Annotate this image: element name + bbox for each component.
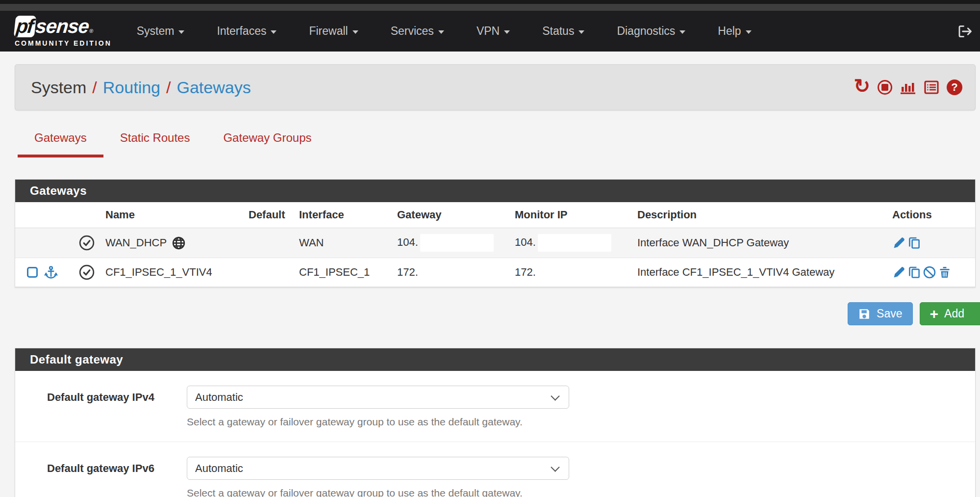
bar-chart-icon[interactable] [900,79,916,95]
delete-icon[interactable] [938,265,952,279]
logo-sense-text: sense [35,16,90,36]
tab-gateways[interactable]: Gateways [18,130,103,157]
help-icon[interactable]: ? [947,79,962,95]
chevron-down-icon [578,30,584,34]
breadcrumb-separator: / [92,78,97,97]
nav-item-status[interactable]: Status [526,25,601,38]
interface-cell: CF1_IPSEC_1 [297,258,395,287]
nav-item-label: Services [391,25,434,38]
actions-cell [890,228,975,258]
nav-item-vpn[interactable]: VPN [460,25,526,38]
table-row: WAN_DHCP WAN 104. 104. Interface WAN_D [15,228,975,258]
nav-item-label: Help [718,25,741,38]
monitor-ip-cell: 104. [513,228,635,258]
sign-out-icon[interactable] [957,24,973,39]
nav-item-diagnostics[interactable]: Diagnostics [601,25,702,38]
nav-item-services[interactable]: Services [375,25,460,38]
nav-item-label: Interfaces [217,25,266,38]
chevron-down-icon [746,30,752,34]
col-description: Description [635,202,890,228]
default-gateway-ipv4-select[interactable]: Automatic [187,386,569,409]
col-default: Default [247,202,297,228]
nav-item-interfaces[interactable]: Interfaces [201,25,293,38]
row-controls-cell [15,228,76,258]
chevron-down-icon [178,30,184,34]
copy-icon[interactable] [907,265,921,279]
button-row: Save + Add [0,302,980,325]
edit-icon[interactable] [892,236,906,250]
routing-tabs: Gateways Static Routes Gateway Groups [18,130,980,157]
col-interface: Interface [297,202,395,228]
nav-item-firewall[interactable]: Firewall [293,25,374,38]
chevron-down-icon [679,30,685,34]
nav-item-label: Diagnostics [617,25,675,38]
gateway-ip-cell: 172. [395,258,513,287]
default-gateway-ipv6-select[interactable]: Automatic [187,457,569,480]
tab-gateway-groups[interactable]: Gateway Groups [206,130,328,157]
nav-item-help[interactable]: Help [702,25,767,38]
breadcrumb-separator: / [166,78,171,97]
ipv6-label: Default gateway IPv6 [15,457,162,475]
disable-icon[interactable] [923,265,936,279]
breadcrumb-gateways-link[interactable]: Gateways [176,78,251,97]
edit-icon[interactable] [892,265,906,279]
refresh-icon[interactable]: ↻ [854,78,870,93]
form-row-ipv6: Default gateway IPv6 Automatic Select a … [15,442,975,497]
gateway-name-cell: WAN_DHCP [103,228,247,258]
gateways-table: Name Default Interface Gateway Monitor I… [15,202,975,287]
stop-icon[interactable] [878,80,892,95]
nav-item-label: System [137,25,175,38]
nav-menu: System Interfaces Firewall Services VPN … [121,25,768,38]
check-circle-icon [78,264,95,281]
floppy-save-icon [858,308,871,320]
nav-item-system[interactable]: System [121,25,201,38]
tab-static-routes[interactable]: Static Routes [103,130,207,157]
gateways-panel-title: Gateways [15,180,975,202]
row-controls-cell [15,258,76,287]
redaction-box [420,234,494,252]
ipv4-help-text: Select a gateway or failover gateway gro… [187,416,569,428]
monitor-ip-cell: 172. [513,258,635,287]
pfsense-logo[interactable]: pfsense® COMMUNITY EDITION [15,16,112,47]
save-button-label: Save [877,307,902,320]
ipv4-label: Default gateway IPv4 [15,386,162,404]
anchor-icon [44,265,58,280]
save-button[interactable]: Save [848,302,912,325]
chevron-down-icon [271,30,276,34]
logo-community-edition: COMMUNITY EDITION [15,40,112,47]
nav-item-label: Firewall [309,25,348,38]
navbar: pfsense® COMMUNITY EDITION System Interf… [0,11,980,52]
copy-icon[interactable] [907,236,921,250]
table-header-row: Name Default Interface Gateway Monitor I… [15,202,975,228]
default-cell [247,228,297,258]
actions-cell [890,258,975,287]
breadcrumb-bar: System / Routing / Gateways ↻ [15,64,976,110]
col-status [76,202,103,228]
col-controls [15,202,76,228]
chevron-down-icon [504,30,510,34]
chevron-down-icon [352,30,358,34]
ipv6-select-wrap: Automatic [187,457,569,480]
logo-pf-badge: pf [14,16,36,37]
square-marker-icon[interactable] [27,267,38,278]
nav-item-label: Status [542,25,574,38]
gateway-name: WAN_DHCP [105,236,167,249]
description-cell: Interface WAN_DHCP Gateway [635,228,890,258]
breadcrumb: System / Routing / Gateways [31,78,251,97]
check-circle-icon [78,235,95,251]
description-cell: Interface CF1_IPSEC_1_VTIV4 Gateway [635,258,890,287]
breadcrumb-system: System [31,78,86,97]
plus-icon: + [930,309,939,319]
gateway-ip-cell: 104. [395,228,513,258]
ipv6-help-text: Select a gateway or failover gateway gro… [187,487,569,497]
ipv4-select-wrap: Automatic [187,386,569,409]
log-list-icon[interactable] [924,79,939,95]
redaction-box [538,234,611,252]
default-gateway-panel-title: Default gateway [15,348,975,371]
add-button[interactable]: + Add [920,302,980,325]
globe-icon [172,236,186,250]
interface-cell: WAN [297,228,395,258]
breadcrumb-routing-link[interactable]: Routing [103,78,160,97]
chevron-down-icon [438,30,444,34]
window-top-edge [0,0,980,4]
